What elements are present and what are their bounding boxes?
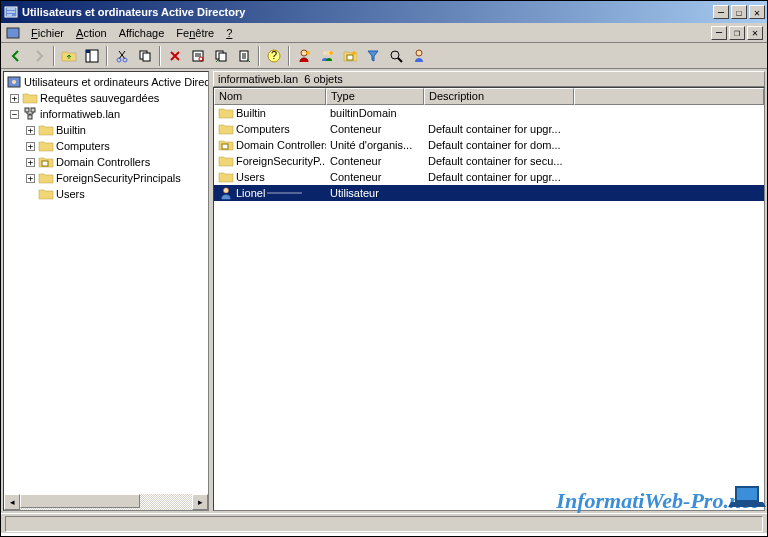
mdi-minimize-button[interactable]: ─ xyxy=(711,26,727,40)
svg-point-23 xyxy=(416,50,422,56)
menu-bar: Fichier Action Affichage Fenêtre ? ─ ❐ ✕ xyxy=(1,23,767,43)
tree-builtin[interactable]: + Builtin xyxy=(6,122,206,138)
menu-help[interactable]: ? xyxy=(220,25,238,41)
tree-root[interactable]: Utilisateurs et ordinateurs Active Direc xyxy=(6,74,206,90)
col-desc[interactable]: Description xyxy=(424,88,574,105)
svg-rect-14 xyxy=(219,53,226,61)
svg-rect-4 xyxy=(86,50,90,53)
cell-name: Computers xyxy=(214,122,326,136)
column-headers: Nom Type Description xyxy=(214,88,764,105)
tree-users[interactable]: Users xyxy=(6,186,206,202)
cell-desc: Default container for secu... xyxy=(424,155,574,167)
new-group-button[interactable] xyxy=(316,45,338,67)
app-icon xyxy=(3,4,19,20)
cell-name: Domain Controllers xyxy=(214,138,326,152)
list-row[interactable]: LionelUtilisateur xyxy=(214,185,764,201)
export-button[interactable] xyxy=(233,45,255,67)
cut-button[interactable] xyxy=(111,45,133,67)
back-button[interactable] xyxy=(5,45,27,67)
cell-desc: Default container for upgr... xyxy=(424,171,574,183)
list-view: Nom Type Description BuiltinbuiltinDomai… xyxy=(213,87,765,511)
up-button[interactable] xyxy=(58,45,80,67)
expander-icon[interactable]: − xyxy=(10,110,19,119)
svg-rect-30 xyxy=(222,144,228,149)
folder-icon xyxy=(22,90,38,106)
cell-type: builtinDomain xyxy=(326,107,424,119)
show-hide-tree-button[interactable] xyxy=(81,45,103,67)
svg-text:?: ? xyxy=(271,49,277,61)
list-row[interactable]: UsersConteneurDefault container for upgr… xyxy=(214,169,764,185)
ou-folder-icon xyxy=(38,154,54,170)
add-to-group-button[interactable] xyxy=(408,45,430,67)
scroll-left-button[interactable]: ◂ xyxy=(4,494,20,510)
filter-button[interactable] xyxy=(362,45,384,67)
svg-point-31 xyxy=(223,188,228,193)
delete-button[interactable] xyxy=(164,45,186,67)
expander-icon[interactable]: + xyxy=(26,142,35,151)
folder-icon xyxy=(38,170,54,186)
mdi-close-button[interactable]: ✕ xyxy=(747,26,763,40)
cell-name: Users xyxy=(214,170,326,184)
minimize-button[interactable]: ─ xyxy=(713,5,729,19)
menu-view[interactable]: Affichage xyxy=(113,25,171,41)
folder-icon xyxy=(38,122,54,138)
tree-saved-queries[interactable]: + Requêtes sauvegardées xyxy=(6,90,206,106)
tree-hscrollbar[interactable]: ◂ ▸ xyxy=(4,494,208,510)
col-name[interactable]: Nom xyxy=(214,88,326,105)
tree-domain-controllers[interactable]: + Domain Controllers xyxy=(6,154,206,170)
mdi-system-icon[interactable] xyxy=(5,25,21,41)
expander-icon[interactable]: + xyxy=(10,94,19,103)
copy-button[interactable] xyxy=(134,45,156,67)
cell-type: Utilisateur xyxy=(326,187,424,199)
properties-button[interactable] xyxy=(187,45,209,67)
new-ou-button[interactable] xyxy=(339,45,361,67)
refresh-button[interactable] xyxy=(210,45,232,67)
svg-rect-27 xyxy=(31,108,35,112)
cell-type: Conteneur xyxy=(326,155,424,167)
scroll-right-button[interactable]: ▸ xyxy=(192,494,208,510)
domain-icon xyxy=(22,106,38,122)
forward-button[interactable] xyxy=(28,45,50,67)
menu-file[interactable]: Fichier xyxy=(25,25,70,41)
svg-rect-29 xyxy=(42,161,48,166)
menu-window[interactable]: Fenêtre xyxy=(170,25,220,41)
list-row[interactable]: ComputersConteneurDefault container for … xyxy=(214,121,764,137)
list-row[interactable]: BuiltinbuiltinDomain xyxy=(214,105,764,121)
expander-icon[interactable]: + xyxy=(26,158,35,167)
cell-name: ForeignSecurityP... xyxy=(214,154,326,168)
close-button[interactable]: ✕ xyxy=(749,5,765,19)
tree-computers[interactable]: + Computers xyxy=(6,138,206,154)
main-area: Utilisateurs et ordinateurs Active Direc… xyxy=(1,69,767,513)
col-type[interactable]: Type xyxy=(326,88,424,105)
svg-rect-8 xyxy=(143,53,150,61)
cell-desc: Default container for dom... xyxy=(424,139,574,151)
tree-fsp[interactable]: + ForeignSecurityPrincipals xyxy=(6,170,206,186)
cell-type: Unité d'organis... xyxy=(326,139,424,151)
expander-icon[interactable]: + xyxy=(26,126,35,135)
status-bar xyxy=(1,513,767,533)
list-panel: informatiweb.lan 6 objets Nom Type Descr… xyxy=(213,71,765,511)
menu-action[interactable]: Action xyxy=(70,25,113,41)
help-button[interactable]: ? xyxy=(263,45,285,67)
svg-rect-1 xyxy=(7,28,19,38)
window-buttons: ─ ☐ ✕ xyxy=(713,5,765,19)
cell-type: Conteneur xyxy=(326,123,424,135)
folder-icon xyxy=(38,138,54,154)
cell-desc: Default container for upgr... xyxy=(424,123,574,135)
find-button[interactable] xyxy=(385,45,407,67)
cell-type: Conteneur xyxy=(326,171,424,183)
maximize-button[interactable]: ☐ xyxy=(731,5,747,19)
tree-domain[interactable]: − informatiweb.lan xyxy=(6,106,206,122)
mdi-restore-button[interactable]: ❐ xyxy=(729,26,745,40)
toolbar: ? xyxy=(1,43,767,69)
status-cell xyxy=(5,516,763,532)
new-user-button[interactable] xyxy=(293,45,315,67)
cell-name: Builtin xyxy=(214,106,326,120)
svg-point-22 xyxy=(391,51,399,59)
cell-name: Lionel xyxy=(214,186,326,200)
list-row[interactable]: ForeignSecurityP...ConteneurDefault cont… xyxy=(214,153,764,169)
aduc-icon xyxy=(6,74,22,90)
window-titlebar: Utilisateurs et ordinateurs Active Direc… xyxy=(1,1,767,23)
expander-icon[interactable]: + xyxy=(26,174,35,183)
list-row[interactable]: Domain ControllersUnité d'organis...Defa… xyxy=(214,137,764,153)
